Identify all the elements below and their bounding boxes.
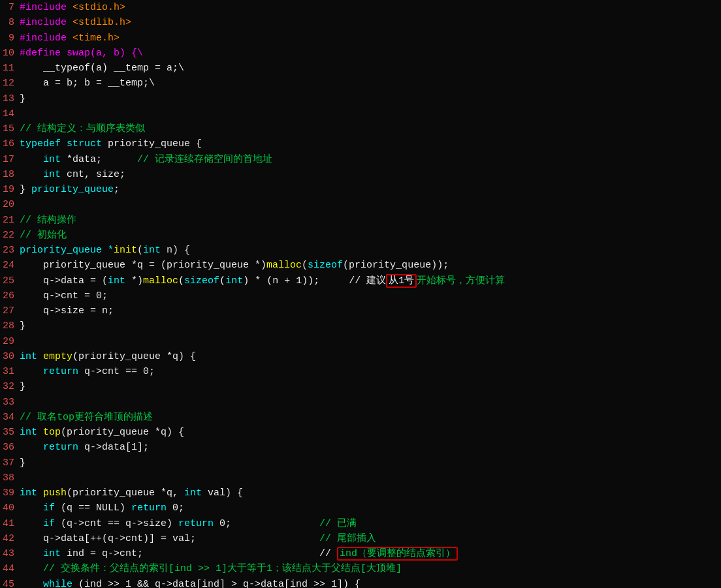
line-number: 12 xyxy=(0,76,20,91)
line-content: if (q == NULL) return 0; xyxy=(20,501,721,516)
line-number: 27 xyxy=(0,303,20,318)
code-line: 44 // 交换条件：父结点的索引[ind >> 1]大于等于1；该结点大于父结… xyxy=(0,561,721,576)
line-number: 35 xyxy=(0,425,20,440)
line-content: typedef struct priority_queue { xyxy=(20,136,721,151)
line-number: 17 xyxy=(0,152,20,167)
code-line: 7#include <stdio.h> xyxy=(0,0,721,15)
line-number: 9 xyxy=(0,31,20,46)
code-line: 22// 初始化 xyxy=(0,228,721,243)
line-number: 30 xyxy=(0,349,20,364)
code-line: 15// 结构定义：与顺序表类似 xyxy=(0,121,721,136)
line-content: int *data; // 记录连续存储空间的首地址 xyxy=(20,152,721,167)
line-number: 18 xyxy=(0,167,20,182)
code-line: 13} xyxy=(0,91,721,106)
line-number: 29 xyxy=(0,334,20,349)
line-content: } xyxy=(20,456,721,471)
code-line: 19} priority_queue; xyxy=(0,182,721,197)
line-number: 22 xyxy=(0,228,20,243)
code-line: 43 int ind = q->cnt; // ind（要调整的结点索引） xyxy=(0,546,721,561)
line-number: 39 xyxy=(0,486,20,501)
line-number: 31 xyxy=(0,364,20,379)
line-content: #include <time.h> xyxy=(20,31,721,46)
line-number: 28 xyxy=(0,318,20,333)
line-number: 20 xyxy=(0,197,20,212)
code-line: 35int top(priority_queue *q) { xyxy=(0,425,721,440)
line-number: 34 xyxy=(0,410,20,425)
code-line: 16typedef struct priority_queue { xyxy=(0,136,721,151)
code-line: 30int empty(priority_queue *q) { xyxy=(0,349,721,364)
code-line: 11 __typeof(a) __temp = a;\ xyxy=(0,61,721,76)
code-line: 41 if (q->cnt == q->size) return 0; // 已… xyxy=(0,516,721,531)
code-line: 27 q->size = n; xyxy=(0,303,721,318)
line-content: priority_queue *q = (priority_queue *)ma… xyxy=(20,258,721,273)
code-line: 23priority_queue *init(int n) { xyxy=(0,243,721,258)
code-line: 9#include <time.h> xyxy=(0,31,721,46)
line-number: 44 xyxy=(0,561,20,576)
line-number: 19 xyxy=(0,182,20,197)
code-line: 36 return q->data[1]; xyxy=(0,440,721,455)
code-line: 17 int *data; // 记录连续存储空间的首地址 xyxy=(0,152,721,167)
line-content: q->data[++(q->cnt)] = val; // 尾部插入 xyxy=(20,531,721,546)
code-line: 45 while (ind >> 1 && q->data[ind] > q->… xyxy=(0,577,721,589)
line-number: 13 xyxy=(0,91,20,106)
code-line: 12 a = b; b = __temp;\ xyxy=(0,76,721,91)
line-number: 16 xyxy=(0,136,20,151)
code-line: 14 xyxy=(0,106,721,121)
line-content: #include <stdio.h> xyxy=(20,0,721,15)
line-number: 36 xyxy=(0,440,20,455)
line-number: 40 xyxy=(0,501,20,516)
code-editor: 7#include <stdio.h>8#include <stdlib.h>9… xyxy=(0,0,721,588)
line-content: q->size = n; xyxy=(20,303,721,318)
line-number: 10 xyxy=(0,46,20,61)
line-number: 42 xyxy=(0,531,20,546)
code-line: 37} xyxy=(0,456,721,471)
line-content: // 结构操作 xyxy=(20,213,721,228)
line-content: // 初始化 xyxy=(20,228,721,243)
code-line: 8#include <stdlib.h> xyxy=(0,15,721,30)
code-line: 33 xyxy=(0,395,721,410)
code-line: 10#define swap(a, b) {\ xyxy=(0,46,721,61)
code-line: 40 if (q == NULL) return 0; xyxy=(0,501,721,516)
line-number: 26 xyxy=(0,288,20,303)
line-content: a = b; b = __temp;\ xyxy=(20,76,721,91)
line-number: 33 xyxy=(0,395,20,410)
line-content: // 取名top更符合堆顶的描述 xyxy=(20,410,721,425)
line-content: priority_queue *init(int n) { xyxy=(20,243,721,258)
line-content: int push(priority_queue *q, int val) { xyxy=(20,486,721,501)
line-content: int top(priority_queue *q) { xyxy=(20,425,721,440)
line-content: if (q->cnt == q->size) return 0; // 已满 xyxy=(20,516,721,531)
code-line: 31 return q->cnt == 0; xyxy=(0,364,721,379)
line-content: } priority_queue; xyxy=(20,182,721,197)
line-content: q->cnt = 0; xyxy=(20,288,721,303)
code-line: 28} xyxy=(0,318,721,333)
line-number: 8 xyxy=(0,15,20,30)
line-content: } xyxy=(20,91,721,106)
line-number: 14 xyxy=(0,106,20,121)
line-content: #define swap(a, b) {\ xyxy=(20,46,721,61)
code-line: 18 int cnt, size; xyxy=(0,167,721,182)
line-content: __typeof(a) __temp = a;\ xyxy=(20,61,721,76)
code-line: 21// 结构操作 xyxy=(0,213,721,228)
code-line: 39int push(priority_queue *q, int val) { xyxy=(0,486,721,501)
line-content: } xyxy=(20,379,721,394)
code-line: 26 q->cnt = 0; xyxy=(0,288,721,303)
line-number: 25 xyxy=(0,273,20,288)
line-content: int ind = q->cnt; // ind（要调整的结点索引） xyxy=(20,546,721,561)
line-content: // 交换条件：父结点的索引[ind >> 1]大于等于1；该结点大于父结点[大… xyxy=(20,561,721,576)
line-content: return q->data[1]; xyxy=(20,440,721,455)
code-line: 20 xyxy=(0,197,721,212)
line-number: 43 xyxy=(0,546,20,561)
line-number: 41 xyxy=(0,516,20,531)
line-number: 23 xyxy=(0,243,20,258)
line-number: 45 xyxy=(0,577,20,589)
line-number: 32 xyxy=(0,379,20,394)
line-content: int cnt, size; xyxy=(20,167,721,182)
line-content: } xyxy=(20,318,721,333)
line-content: // 结构定义：与顺序表类似 xyxy=(20,121,721,136)
code-line: 38 xyxy=(0,471,721,486)
line-content: int empty(priority_queue *q) { xyxy=(20,349,721,364)
code-line: 24 priority_queue *q = (priority_queue *… xyxy=(0,258,721,273)
line-content: return q->cnt == 0; xyxy=(20,364,721,379)
line-number: 15 xyxy=(0,121,20,136)
line-content: q->data = (int *)malloc(sizeof(int) * (n… xyxy=(20,273,721,288)
